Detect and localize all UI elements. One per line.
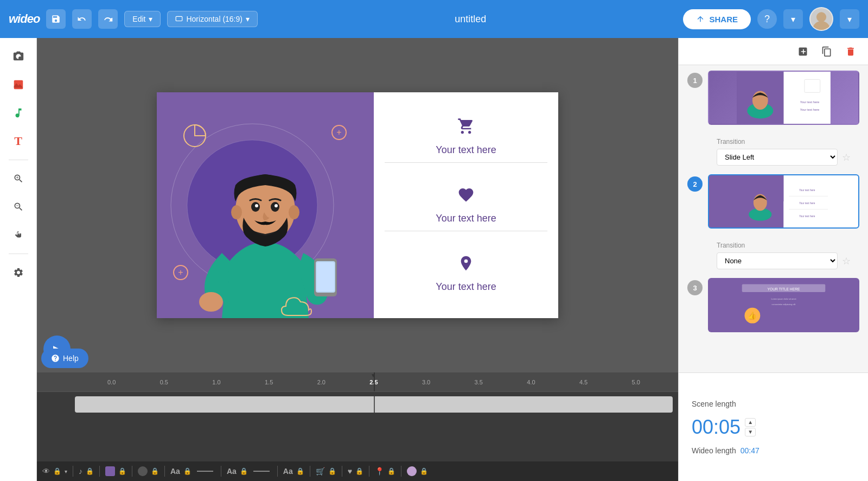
delete-slide-button[interactable] (842, 43, 859, 60)
slide-2-row: 2 Your text here Your text here Your tex… (687, 174, 859, 229)
camera-tool-button[interactable] (7, 45, 30, 68)
slide-2-number: 2 (687, 176, 703, 192)
svg-point-2 (816, 12, 826, 22)
account-dropdown[interactable]: ▾ (840, 9, 859, 29)
svg-point-18 (199, 292, 223, 312)
timeline-tracks (37, 392, 678, 461)
slide-2-thumbnail[interactable]: Your text here Your text here Your text … (708, 174, 859, 229)
shape-track-swatch[interactable] (138, 466, 148, 476)
add-slide-button[interactable] (794, 43, 812, 60)
time-decrease-button[interactable]: ▼ (745, 428, 756, 436)
transition-1-label: Transition (717, 138, 851, 145)
slide-2-transition: Transition None Slide Left Slide Right F… (687, 237, 859, 278)
wideo-length-row: Wideo length 00:47 (692, 446, 855, 455)
time-stepper: ▲ ▼ (745, 418, 756, 436)
scene-length-panel: Scene length 00:05 ▲ ▼ Wideo length 00:4… (678, 372, 868, 481)
slide-1-row: 1 Your text here Your text here (687, 71, 859, 125)
panel-toolbar (679, 38, 868, 65)
cart-icon (457, 118, 475, 139)
slide-3-number: 3 (687, 280, 703, 295)
undo-button[interactable] (72, 9, 92, 29)
timeline-element-tracks: 👁 🔒 ▾ ♪ 🔒 🔒 🔒 Aa 🔒 Aa 🔒 Aa 🔒 🛒 🔒 (37, 461, 678, 481)
svg-text:Lorem ipsum dolor sit amet: Lorem ipsum dolor sit amet (771, 298, 796, 300)
text-tool-button[interactable]: T (7, 129, 30, 153)
avatar[interactable] (809, 7, 833, 31)
pan-tool-button[interactable] (7, 223, 30, 247)
slide-text-3[interactable]: Your text here (436, 281, 496, 293)
edit-menu-button[interactable]: Edit ▾ (124, 11, 161, 27)
slide-1-thumbnail[interactable]: Your text here Your text here (708, 71, 859, 125)
main-timeline-track[interactable] (75, 396, 673, 413)
save-button[interactable] (46, 9, 66, 29)
music-tool-button[interactable] (7, 101, 30, 125)
slide-3-thumbnail[interactable]: YOUR TITLE HERE Lorem ipsum dolor sit am… (708, 278, 859, 332)
slide-canvas[interactable]: + + Your text here Your text here (157, 92, 558, 318)
slide-section-2[interactable]: Your text here (385, 180, 547, 231)
transition-1-select[interactable]: Slide Left Slide Right Fade None (717, 149, 838, 166)
image-tool-button[interactable] (7, 73, 30, 97)
visibility-icon[interactable]: 👁 (42, 467, 50, 476)
slide-thumbnails: 1 Your text here Your text here (679, 65, 868, 346)
zoom-out-button[interactable] (7, 195, 30, 219)
transition-2-label: Transition (717, 242, 851, 249)
svg-text:Your text here: Your text here (799, 202, 815, 205)
duplicate-slide-button[interactable] (818, 43, 835, 60)
settings-tool-button[interactable] (7, 261, 30, 284)
bg-track-swatch[interactable] (105, 466, 115, 476)
canvas-area: + + Your text here Your text here (37, 38, 678, 372)
svg-point-12 (231, 205, 242, 219)
svg-point-17 (275, 204, 278, 207)
svg-rect-21 (317, 262, 334, 292)
svg-text:Your text here: Your text here (800, 100, 820, 104)
user-menu-dropdown[interactable]: ▾ (783, 9, 803, 29)
svg-point-16 (255, 204, 258, 207)
add-element-button-top[interactable]: + (331, 125, 347, 140)
music-track-lock[interactable]: 🔒 (86, 467, 94, 475)
share-button[interactable]: SHARE (683, 9, 751, 29)
image-track-swatch[interactable] (407, 466, 417, 476)
topbar: wideo Edit ▾ Horizontal (16:9) ▾ untitle… (0, 0, 868, 38)
time-increase-button[interactable]: ▲ (745, 418, 756, 427)
svg-text:Your text here: Your text here (800, 108, 820, 111)
timeline-ruler[interactable]: 0.0 0.5 1.0 1.5 2.0 2.5 3.0 3.5 4.0 4.5 … (37, 372, 678, 392)
timeline-area: 0.0 0.5 1.0 1.5 2.0 2.5 3.0 3.5 4.0 4.5 … (37, 372, 678, 481)
slide-3-row: 3 YOUR TITLE HERE Lorem ipsum dolor sit … (687, 278, 859, 332)
slide-1-transition: Transition Slide Left Slide Right Fade N… (687, 134, 859, 174)
music-track-icon: ♪ (79, 467, 82, 476)
zoom-in-button[interactable] (7, 167, 30, 191)
heart-icon (457, 186, 475, 207)
scene-length-time: 00:05 ▲ ▼ (692, 416, 855, 439)
svg-rect-0 (176, 16, 183, 21)
svg-text:Your text here: Your text here (799, 189, 815, 192)
logo: wideo (9, 12, 40, 26)
help-icon-button[interactable]: ? (757, 9, 777, 29)
lock-icon[interactable]: 🔒 (53, 467, 61, 475)
format-menu-button[interactable]: Horizontal (16:9) ▾ (167, 11, 258, 27)
svg-text:Your text here: Your text here (799, 215, 815, 218)
add-element-button-bottom[interactable]: + (173, 265, 188, 280)
transition-2-favorite[interactable]: ☆ (842, 255, 851, 267)
slide-text-1[interactable]: Your text here (436, 144, 496, 156)
scene-length-label: Scene length (692, 400, 855, 408)
wideo-length-time: 00:47 (741, 446, 760, 455)
svg-point-1 (813, 21, 831, 30)
text-track-3-icon: Aa (283, 467, 293, 476)
help-button[interactable]: Help (41, 349, 88, 368)
heart-track-icon: ♥ (348, 467, 352, 476)
redo-button[interactable] (98, 9, 118, 29)
text-track-1-icon: Aa (170, 467, 180, 476)
document-title[interactable]: untitled (264, 14, 677, 25)
location-icon (457, 255, 475, 276)
svg-text:👍: 👍 (748, 311, 757, 320)
svg-point-13 (289, 205, 299, 219)
slide-text-2[interactable]: Your text here (436, 213, 496, 224)
transition-1-favorite[interactable]: ☆ (842, 151, 851, 163)
text-track-2-icon: Aa (227, 467, 237, 476)
svg-text:consectetur adipiscing elit: consectetur adipiscing elit (772, 303, 796, 306)
left-toolbar: T (0, 38, 37, 481)
svg-text:YOUR TITLE HERE: YOUR TITLE HERE (768, 287, 801, 291)
slide-section-1[interactable]: Your text here (385, 111, 547, 163)
transition-2-select[interactable]: None Slide Left Slide Right Fade (717, 252, 838, 269)
slide-right-panel: Your text here Your text here Your text … (374, 92, 558, 318)
slide-section-3[interactable]: Your text here (385, 248, 547, 299)
